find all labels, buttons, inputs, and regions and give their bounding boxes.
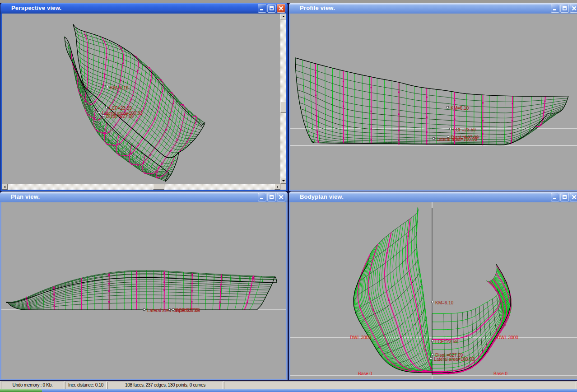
maximize-icon [270, 6, 274, 10]
hydrostatics-label: LCF=23.59 [453, 128, 476, 132]
hydrostatics-label: Lateral area=100.93 [437, 137, 477, 142]
vertical-scrollbar[interactable] [280, 14, 286, 184]
titlebar-bodyplan[interactable]: Bodyplan view. ✕ [289, 191, 577, 202]
scroll-left-button[interactable] [2, 184, 8, 190]
minimize-button[interactable] [258, 193, 266, 201]
maximize-button[interactable] [267, 193, 276, 201]
close-icon: ✕ [570, 193, 577, 201]
hydrostatics-label: Lateral area=100.93 [434, 357, 475, 362]
hydrostatics-label: LCF=23.59 [176, 308, 199, 313]
label-marker-dot [433, 137, 435, 140]
scroll-right-button[interactable] [275, 184, 280, 190]
scroll-down-icon [282, 180, 285, 183]
status-incr-distance: Incr. distance: 0.10 [65, 382, 107, 389]
scroll-left-icon [3, 186, 5, 188]
close-icon: ✕ [277, 5, 285, 12]
hydrostatics-label: KM=6.10 [451, 106, 469, 111]
label-marker-dot [102, 114, 104, 117]
status-model-stats: 108 faces, 237 edges, 130 points, 0 curv… [107, 382, 223, 389]
window-title: Profile view. [300, 5, 335, 11]
start-button-edge [0, 389, 42, 392]
label-marker-dot [431, 340, 433, 342]
close-button[interactable]: ✕ [277, 4, 285, 13]
titlebar-profile[interactable]: Profile view. ✕ [289, 3, 577, 14]
label-marker-dot [449, 128, 451, 130]
minimize-button[interactable] [258, 4, 266, 13]
window-title: Perspective view. [11, 5, 61, 11]
hydrostatics-label: KM=6.10 [110, 86, 128, 90]
minimize-icon [260, 198, 263, 199]
close-button[interactable]: ✕ [277, 193, 285, 201]
window-plan: Plan view. ✕ Lateral area=100.93Displ.=6… [0, 191, 288, 380]
hydrostatics-label: Base 0 [493, 372, 507, 376]
status-empty [224, 382, 576, 389]
scrollbar-corner [280, 184, 286, 190]
window-profile: Profile view. ✕ KM=6.10LCF=23.59Displ.=6… [289, 3, 577, 191]
label-marker-dot [168, 308, 171, 311]
window-title: Plan view. [11, 193, 40, 200]
status-undo-memory: Undo memory : 0 Kb. [1, 382, 64, 389]
vertical-scroll-thumb[interactable] [280, 102, 286, 113]
plan-wireframe [1, 202, 286, 379]
hydrostatics-label: LCF=23.59 [435, 340, 458, 344]
bodyplan-wireframe [290, 202, 577, 379]
minimize-icon [553, 9, 556, 10]
close-button[interactable]: ✕ [570, 193, 577, 201]
hydrostatics-label: DWL 3000 [350, 336, 371, 340]
hydrostatics-label: KM=6.10 [435, 301, 453, 305]
bodyplan-canvas[interactable]: KM=6.10LCF=23.59Displ.=627.09Lateral are… [290, 202, 577, 379]
taskbar-edge [0, 389, 577, 392]
horizontal-scroll-thumb[interactable] [153, 184, 164, 190]
label-marker-dot [143, 308, 145, 311]
window-bodyplan: Bodyplan view. ✕ KM=6.10LCF=23.59Displ.=… [289, 191, 577, 380]
scroll-up-icon [282, 14, 285, 17]
maximize-icon [563, 195, 567, 199]
window-title: Bodyplan view. [300, 193, 344, 200]
label-marker-dot [172, 308, 174, 311]
profile-canvas[interactable]: KM=6.10LCF=23.59Displ.=627.09Lateral are… [290, 14, 577, 190]
horizontal-scrollbar[interactable] [2, 184, 280, 190]
close-button[interactable]: ✕ [570, 4, 577, 13]
scroll-right-icon [277, 186, 279, 188]
label-marker-dot [431, 353, 433, 355]
titlebar-perspective[interactable]: Perspective view. ✕ [0, 3, 288, 14]
maximize-icon [270, 195, 274, 199]
profile-wireframe [290, 14, 577, 190]
close-icon: ✕ [277, 193, 285, 201]
label-marker-dot [430, 357, 432, 359]
label-marker-dot [447, 106, 449, 108]
maximize-icon [563, 6, 567, 10]
scroll-down-button[interactable] [280, 178, 286, 184]
hydrostatics-label: DWL 3000 [497, 336, 518, 340]
scroll-up-button[interactable] [280, 14, 286, 19]
close-icon: ✕ [570, 5, 577, 12]
label-marker-dot [106, 86, 108, 88]
label-marker-dot [98, 111, 100, 113]
perspective-canvas[interactable]: KM=6.10LCF=23.59Lateral area=100.93Displ… [2, 14, 280, 184]
perspective-client: KM=6.10LCF=23.59Lateral area=100.93Displ… [2, 14, 286, 190]
label-marker-dot [431, 301, 433, 303]
minimize-button[interactable] [551, 193, 559, 201]
titlebar-plan[interactable]: Plan view. ✕ [0, 191, 288, 202]
window-perspective: Perspective view. ✕ KM=6.10LCF=23.59Late… [0, 3, 288, 191]
maximize-button[interactable] [267, 4, 276, 13]
hydrostatics-label: Displ.=627.09 [106, 114, 134, 119]
status-bar: Undo memory : 0 Kb. Incr. distance: 0.10… [0, 381, 577, 389]
minimize-icon [553, 198, 556, 199]
plan-canvas[interactable]: Lateral area=100.93Displ.=627.09LCF=23.5… [1, 202, 286, 379]
hydrostatics-label: Base 0 [358, 372, 372, 376]
perspective-wireframe [2, 14, 280, 184]
label-marker-dot [105, 106, 107, 108]
minimize-icon [260, 9, 263, 10]
hydrostatics-label: LCF=23.59 [109, 106, 132, 111]
maximize-button[interactable] [560, 193, 569, 201]
minimize-button[interactable] [551, 4, 559, 13]
maximize-button[interactable] [560, 4, 569, 13]
